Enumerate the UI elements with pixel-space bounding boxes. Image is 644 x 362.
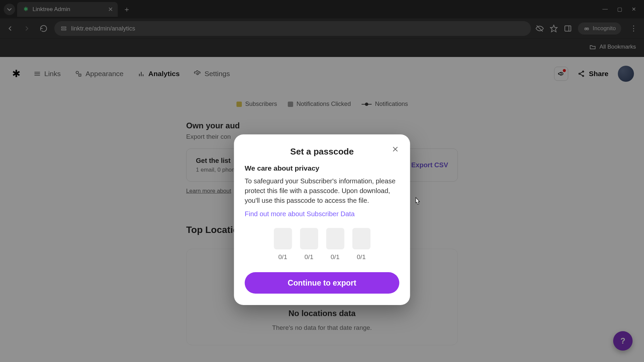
passcode-input[interactable] (352, 228, 370, 249)
passcode-counter: 0/1 (305, 253, 313, 261)
modal-close-button[interactable] (390, 144, 401, 155)
passcode-input[interactable] (326, 228, 344, 249)
passcode-input[interactable] (274, 228, 292, 249)
passcode-cell: 0/1 (300, 228, 318, 261)
passcode-cell: 0/1 (326, 228, 344, 261)
passcode-inputs: 0/1 0/1 0/1 0/1 (245, 228, 399, 261)
passcode-counter: 0/1 (278, 253, 287, 261)
subscriber-data-link[interactable]: Find out more about Subscriber Data (245, 210, 355, 218)
passcode-modal: Set a passcode We care about privacy To … (234, 134, 410, 305)
passcode-cell: 0/1 (352, 228, 370, 261)
modal-title: Set a passcode (245, 146, 399, 157)
passcode-counter: 0/1 (357, 253, 366, 261)
close-icon (392, 145, 399, 153)
passcode-input[interactable] (300, 228, 318, 249)
continue-export-button[interactable]: Continue to export (245, 272, 399, 294)
passcode-counter: 0/1 (331, 253, 339, 261)
passcode-cell: 0/1 (274, 228, 292, 261)
modal-subheading: We care about privacy (245, 164, 399, 172)
modal-body-text: To safeguard your Subscriber's informati… (245, 176, 399, 205)
